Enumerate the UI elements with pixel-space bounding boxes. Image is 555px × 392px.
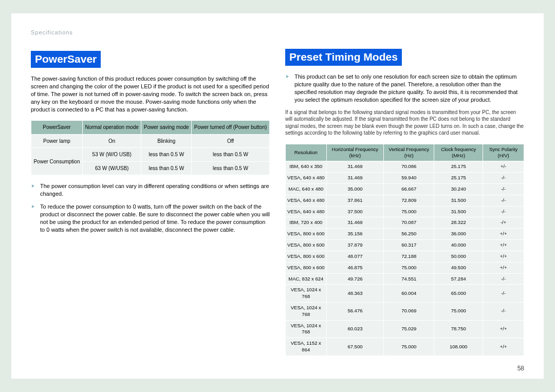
table-cell: VESA, 800 x 600 <box>286 251 327 262</box>
table-cell: 53 W (W/O USB) <box>82 148 141 162</box>
table-cell: -/- <box>483 195 524 206</box>
table-cell: 56.476 <box>326 302 384 320</box>
table-cell: 60.317 <box>384 240 434 251</box>
table-cell: VESA, 800 x 600 <box>286 262 327 273</box>
table-cell: VESA, 640 x 480 <box>286 206 327 217</box>
table-cell: VESA, 1152 x 864 <box>286 338 327 356</box>
table-cell: 35.000 <box>326 184 384 195</box>
table-cell: 36.000 <box>434 229 483 240</box>
table-cell: 37.500 <box>326 206 384 217</box>
table-row: IBM, 720 x 40031.46970.08728.322-/+ <box>286 217 524 229</box>
table-cell: -/- <box>483 302 524 320</box>
table-cell: +/+ <box>483 229 524 240</box>
powersaver-table: PowerSaverNormal operation modePower sav… <box>31 120 270 175</box>
table-cell: 70.086 <box>384 161 434 173</box>
table-cell: 60.023 <box>326 320 384 338</box>
table-cell: less than 0.5 W <box>141 161 192 175</box>
table-cell: 59.940 <box>384 173 434 184</box>
table-row: IBM, 640 x 35031.46970.08625.175+/- <box>286 161 524 173</box>
intro-text: The power-saving function of this produc… <box>31 75 270 113</box>
table-row: VESA, 640 x 48031.46959.94025.175-/- <box>286 173 524 184</box>
note-item: The power consumption level can vary in … <box>31 182 270 198</box>
powersaver-heading: PowerSaver <box>31 51 101 68</box>
table-cell: 31.469 <box>326 173 384 184</box>
table-cell: VESA, 640 x 480 <box>286 173 327 184</box>
table-cell: 31.500 <box>434 195 483 206</box>
table-cell: -/- <box>483 273 524 285</box>
table-cell: 75.029 <box>384 320 434 338</box>
table-cell: +/+ <box>483 338 524 356</box>
table-cell: IBM, 640 x 350 <box>286 161 327 173</box>
table-cell: Power Consumption <box>31 148 83 175</box>
table-cell: Power lamp <box>31 134 83 148</box>
table-cell: 65.000 <box>434 285 483 303</box>
table-cell: 67.500 <box>326 338 384 356</box>
left-column: Specifications PowerSaver The power-savi… <box>31 29 270 368</box>
table-row: VESA, 800 x 60037.87960.31740.000+/+ <box>286 240 524 251</box>
table-cell: IBM, 720 x 400 <box>286 217 327 229</box>
powersaver-notes: The power consumption level can vary in … <box>31 182 270 233</box>
table-cell: 78.750 <box>434 320 483 338</box>
table-cell: 50.000 <box>434 251 483 262</box>
table-cell: 75.000 <box>384 206 434 217</box>
table-cell: VESA, 640 x 480 <box>286 195 327 206</box>
page: Specifications PowerSaver The power-savi… <box>11 13 544 379</box>
table-cell: +/+ <box>483 320 524 338</box>
note-item: To reduce the power consumption to 0 wat… <box>31 203 270 233</box>
table-cell: Blinking <box>141 134 192 148</box>
table-cell: 75.000 <box>384 338 434 356</box>
table-cell: +/+ <box>483 262 524 273</box>
table-cell: less than 0.5 W <box>192 161 270 175</box>
table-cell: VESA, 1024 x 768 <box>286 320 327 338</box>
table-cell: 75.000 <box>384 262 434 273</box>
table-header: Horizontal Frequency (kHz) <box>326 144 384 161</box>
table-cell: On <box>82 134 141 148</box>
table-cell: 46.875 <box>326 262 384 273</box>
right-column: Preset Timing Modes This product can be … <box>285 29 524 368</box>
table-cell: 70.087 <box>384 217 434 229</box>
page-number: 58 <box>517 364 524 372</box>
bullet-item: This product can be set to only one reso… <box>285 73 524 103</box>
table-cell: 31.500 <box>434 206 483 217</box>
table-cell: +/- <box>483 161 524 173</box>
table-cell: -/- <box>483 184 524 195</box>
table-cell: MAC, 832 x 624 <box>286 273 327 285</box>
table-cell: less than 0.5 W <box>141 148 192 162</box>
table-cell: 56.250 <box>384 229 434 240</box>
table-cell: VESA, 1024 x 768 <box>286 285 327 303</box>
table-cell: 31.469 <box>326 161 384 173</box>
table-row: VESA, 1024 x 76860.02375.02978.750+/+ <box>286 320 524 338</box>
table-cell: 25.175 <box>434 173 483 184</box>
table-cell: 30.240 <box>434 184 483 195</box>
table-header: Sync Polarity (H/V) <box>483 144 524 161</box>
table-cell: 25.175 <box>434 161 483 173</box>
table-header: PowerSaver <box>31 121 83 135</box>
table-row: VESA, 800 x 60035.15656.25036.000+/+ <box>286 229 524 240</box>
table-cell: 37.861 <box>326 195 384 206</box>
table-cell: 35.156 <box>326 229 384 240</box>
table-cell: 57.284 <box>434 273 483 285</box>
table-cell: +/+ <box>483 251 524 262</box>
table-cell: 72.188 <box>384 251 434 262</box>
table-header: Power turned off (Power button) <box>192 121 270 135</box>
table-cell: +/+ <box>483 240 524 251</box>
table-cell: 72.809 <box>384 195 434 206</box>
table-cell: 108.000 <box>434 338 483 356</box>
table-cell: 60.004 <box>384 285 434 303</box>
table-cell: 70.069 <box>384 302 434 320</box>
table-cell: -/- <box>483 285 524 303</box>
table-cell: 31.469 <box>326 217 384 229</box>
table-row: VESA, 1024 x 76848.36360.00465.000-/- <box>286 285 524 303</box>
table-cell: 49.726 <box>326 273 384 285</box>
table-cell: VESA, 1024 x 768 <box>286 302 327 320</box>
table-row: VESA, 1024 x 76856.47670.06975.000-/- <box>286 302 524 320</box>
table-row: VESA, 800 x 60046.87575.00049.500+/+ <box>286 262 524 273</box>
table-row: VESA, 800 x 60048.07772.18850.000+/+ <box>286 251 524 262</box>
table-row: Power Consumption53 W (W/O USB)less than… <box>31 148 270 162</box>
table-row: Power lampOnBlinkingOff <box>31 134 270 148</box>
table-cell: VESA, 800 x 600 <box>286 240 327 251</box>
table-cell: MAC, 640 x 480 <box>286 184 327 195</box>
table-row: VESA, 640 x 48037.86172.80931.500-/- <box>286 195 524 206</box>
table-cell: -/+ <box>483 217 524 229</box>
table-cell: 63 W (W/USB) <box>82 161 141 175</box>
